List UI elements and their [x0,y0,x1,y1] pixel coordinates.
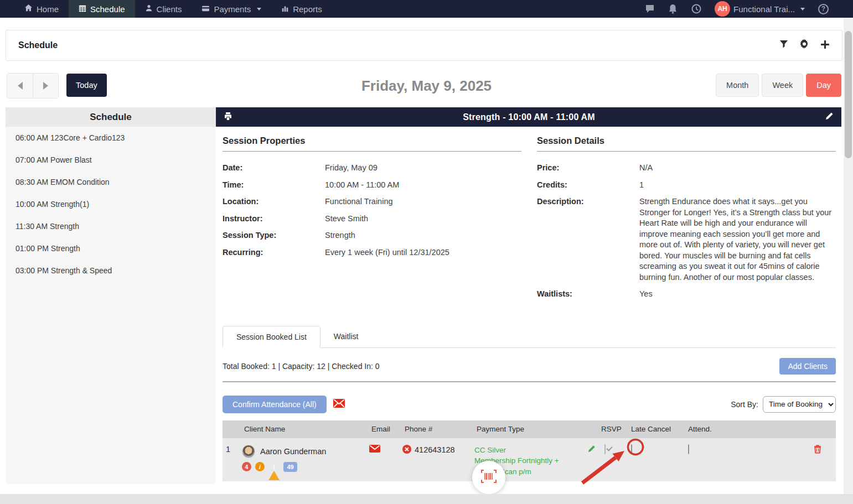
field-value: N/A [639,163,653,174]
col-rsvp: RSVP [599,425,629,433]
page-header-card: Schedule [6,30,842,61]
add-clients-button[interactable]: Add Clients [779,358,836,375]
nav-schedule[interactable]: Schedule [69,0,135,18]
tab-waitlist[interactable]: Waitlist [320,326,372,347]
barcode-scan-button[interactable] [472,461,505,494]
gear-icon[interactable] [799,39,809,51]
col-client-name: Client Name [242,425,369,433]
session-detail-panel: Strength - 10:00 AM - 11:00 AM Session P… [216,107,841,491]
field-value: 10:00 AM - 11:00 AM [325,180,399,191]
edit-payment-icon[interactable] [588,445,596,456]
nav-clients-label: Clients [157,4,182,14]
account-menu[interactable]: AH Functional Trai... [715,1,805,17]
sort-control: Sort By: Time of Booking [731,396,836,413]
clock-icon[interactable] [691,4,701,14]
delete-booking-button[interactable] [814,438,836,455]
credits-badge[interactable]: 49 [283,462,297,472]
schedule-sidebar: Schedule 06:00 AM 123Core + Cardio123 07… [6,107,216,484]
booking-tabs: Session Booked List Waitlist [223,326,836,348]
field-label: Time: [223,180,325,191]
sidebar-session-item[interactable]: 06:00 AM 123Core + Cardio123 [6,127,216,149]
section-divider [223,381,836,382]
chat-icon[interactable] [645,4,655,14]
field-value: 1 [639,180,644,191]
late-cancel-checkbox[interactable] [631,444,632,454]
attendance-toolbar: Confirm Attendance (All) Sort By: Time o… [223,396,836,413]
col-payment-type: Payment Type [474,425,599,433]
phone-number: 412643128 [415,445,455,454]
nav-payments[interactable]: Payments [192,0,271,18]
field-value: Friday, May 09 [325,163,378,174]
print-icon[interactable] [224,112,232,123]
email-cell [369,438,402,454]
sidebar-session-item[interactable]: 11:30 AM Strength [6,215,216,237]
calendar-icon [79,4,86,14]
scrollbar-thumb[interactable] [845,31,852,158]
field-value: Functional Training [325,196,393,207]
bar-chart-icon [281,4,289,14]
calendar-toolbar: Today Friday, May 9, 2025 Month Week Day [0,73,853,98]
col-phone: Phone # [402,425,474,433]
nav-reports[interactable]: Reports [271,0,332,18]
session-title: Strength - 10:00 AM - 11:00 AM [232,112,825,122]
tab-session-booked-list[interactable]: Session Booked List [223,326,320,348]
sidebar-title: Schedule [6,107,216,127]
nav-home[interactable]: Home [14,0,69,18]
page-title: Schedule [18,40,58,50]
main-menu: Home Schedule Clients Payments Reports [14,0,332,18]
field-label: Date: [223,163,325,174]
col-attend: Attend. [686,425,730,433]
session-details-section: Session Details Price:N/A Credits:1 Desc… [537,136,836,306]
session-description: Strength Endurance does what it says...g… [639,196,836,283]
nav-clients[interactable]: Clients [135,0,192,18]
field-value: Steve Smith [325,214,368,225]
warning-icon[interactable]: ! [268,462,280,471]
phone-invalid-icon[interactable] [402,445,411,455]
day-view-button[interactable]: Day [806,74,841,97]
client-name[interactable]: Aaron Gunderman [260,447,326,456]
rsvp-cell [599,438,629,454]
filter-icon[interactable] [779,40,788,51]
confirm-attendance-button[interactable]: Confirm Attendance (All) [223,396,327,413]
add-icon[interactable] [820,40,830,51]
app-window: Home Schedule Clients Payments Reports [0,0,853,504]
field-label: Recurring: [223,247,325,258]
alert-count-badge[interactable]: 4 [242,462,251,471]
sidebar-session-item[interactable]: 01:00 PM Strength [6,237,216,259]
booked-clients-table: Client Name Email Phone # Payment Type R… [223,420,836,481]
session-details-heading: Session Details [537,136,836,152]
account-label: Functional Trai... [733,4,795,14]
vertical-scrollbar[interactable] [844,18,853,494]
rsvp-checkbox [604,444,606,454]
payment-line: CC Silver [474,445,582,456]
field-value: Strength [325,230,355,241]
session-properties-heading: Session Properties [223,136,521,152]
field-label: Price: [537,163,639,174]
client-cell: Aaron Gunderman 4 i ! 49 [242,438,369,472]
bell-icon[interactable] [668,4,678,14]
chevron-down-icon [257,8,261,11]
help-icon[interactable]: ? [818,4,829,14]
sidebar-session-item[interactable]: 08:30 AM EMOM Condition [6,171,216,193]
sidebar-session-item[interactable]: 07:00 AM Power Blast [6,149,216,171]
credit-card-icon [201,4,210,14]
session-properties-section: Session Properties Date:Friday, May 09 T… [223,136,521,306]
session-panel-header: Strength - 10:00 AM - 11:00 AM [216,107,841,127]
email-icon[interactable] [369,445,380,454]
field-label: Description: [537,196,639,207]
info-icon[interactable]: i [255,462,265,471]
email-all-icon[interactable] [333,399,345,410]
month-view-button[interactable]: Month [716,74,759,97]
sidebar-session-item[interactable]: 03:00 PM Strength & Speed [6,259,216,282]
sidebar-session-item[interactable]: 10:00 AM Strength(1) [6,193,216,215]
col-late-cancel: Late Cancel [629,425,686,433]
nav-reports-label: Reports [293,4,322,14]
edit-icon[interactable] [825,112,834,122]
home-icon [24,4,33,14]
sort-by-select[interactable]: Time of Booking [763,396,836,413]
week-view-button[interactable]: Week [762,74,803,97]
navbar-actions: AH Functional Trai... ? [645,1,829,17]
table-row: 1 Aaron Gunderman 4 i ! 49 [223,438,836,481]
trash-icon [814,446,821,455]
attend-checkbox[interactable] [688,444,689,454]
